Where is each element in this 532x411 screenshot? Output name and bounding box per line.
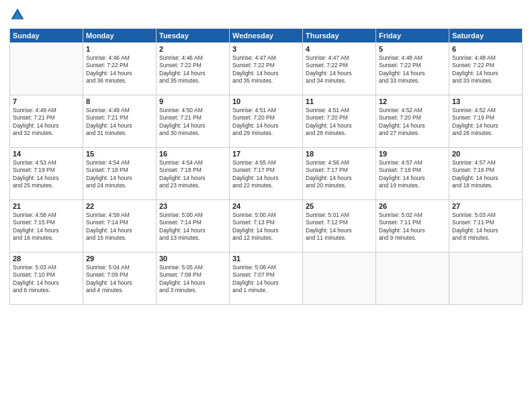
calendar-cell: 27Sunrise: 5:03 AMSunset: 7:11 PMDayligh… xyxy=(449,200,523,253)
cell-details: Sunrise: 4:56 AMSunset: 7:17 PMDaylight:… xyxy=(306,159,373,190)
calendar-cell: 22Sunrise: 4:59 AMSunset: 7:14 PMDayligh… xyxy=(83,200,157,253)
day-number: 30 xyxy=(159,255,226,263)
cell-details: Sunrise: 5:05 AMSunset: 7:08 PMDaylight:… xyxy=(159,264,226,295)
cell-details: Sunrise: 4:49 AMSunset: 7:21 PMDaylight:… xyxy=(86,107,153,138)
calendar-cell: 26Sunrise: 5:02 AMSunset: 7:11 PMDayligh… xyxy=(376,200,449,253)
day-number: 29 xyxy=(86,255,153,263)
calendar-table: SundayMondayTuesdayWednesdayThursdayFrid… xyxy=(9,28,523,305)
cell-details: Sunrise: 4:54 AMSunset: 7:18 PMDaylight:… xyxy=(86,159,153,190)
day-number: 8 xyxy=(86,97,153,105)
day-number: 24 xyxy=(232,202,300,210)
calendar-cell: 11Sunrise: 4:51 AMSunset: 7:20 PMDayligh… xyxy=(303,95,376,148)
calendar-cell: 3Sunrise: 4:47 AMSunset: 7:22 PMDaylight… xyxy=(230,43,303,95)
day-number: 23 xyxy=(159,202,226,210)
logo-icon xyxy=(9,7,26,23)
cell-details: Sunrise: 4:51 AMSunset: 7:20 PMDaylight:… xyxy=(232,107,300,138)
day-number: 28 xyxy=(13,255,80,263)
day-number: 13 xyxy=(452,97,519,105)
cell-details: Sunrise: 4:51 AMSunset: 7:20 PMDaylight:… xyxy=(306,107,373,138)
calendar-cell xyxy=(376,253,449,305)
cell-details: Sunrise: 4:54 AMSunset: 7:18 PMDaylight:… xyxy=(159,159,226,190)
calendar-cell: 30Sunrise: 5:05 AMSunset: 7:08 PMDayligh… xyxy=(157,253,230,305)
cell-details: Sunrise: 4:48 AMSunset: 7:22 PMDaylight:… xyxy=(452,54,519,85)
calendar-cell: 12Sunrise: 4:52 AMSunset: 7:20 PMDayligh… xyxy=(376,95,449,148)
calendar-cell: 4Sunrise: 4:47 AMSunset: 7:22 PMDaylight… xyxy=(303,43,376,95)
calendar-cell: 18Sunrise: 4:56 AMSunset: 7:17 PMDayligh… xyxy=(303,148,376,200)
cell-details: Sunrise: 4:47 AMSunset: 7:22 PMDaylight:… xyxy=(306,54,373,85)
day-number: 3 xyxy=(232,45,300,53)
calendar-cell: 28Sunrise: 5:03 AMSunset: 7:10 PMDayligh… xyxy=(10,253,83,305)
day-number: 1 xyxy=(86,45,153,53)
calendar-cell xyxy=(10,43,83,95)
day-number: 6 xyxy=(452,45,519,53)
header-day: Monday xyxy=(83,29,157,43)
calendar-cell: 14Sunrise: 4:53 AMSunset: 7:19 PMDayligh… xyxy=(10,148,83,200)
day-number: 18 xyxy=(306,150,373,158)
cell-details: Sunrise: 4:46 AMSunset: 7:22 PMDaylight:… xyxy=(86,54,153,85)
week-row: 14Sunrise: 4:53 AMSunset: 7:19 PMDayligh… xyxy=(10,148,523,200)
cell-details: Sunrise: 4:52 AMSunset: 7:19 PMDaylight:… xyxy=(452,107,519,138)
calendar-cell: 31Sunrise: 5:06 AMSunset: 7:07 PMDayligh… xyxy=(230,253,303,305)
header-day: Wednesday xyxy=(230,29,303,43)
cell-details: Sunrise: 5:06 AMSunset: 7:07 PMDaylight:… xyxy=(232,264,300,295)
calendar-cell: 29Sunrise: 5:04 AMSunset: 7:09 PMDayligh… xyxy=(83,253,157,305)
calendar-cell: 24Sunrise: 5:00 AMSunset: 7:13 PMDayligh… xyxy=(230,200,303,253)
day-number: 27 xyxy=(452,202,519,210)
day-number: 20 xyxy=(452,150,519,158)
calendar-cell: 1Sunrise: 4:46 AMSunset: 7:22 PMDaylight… xyxy=(83,43,157,95)
day-number: 21 xyxy=(13,202,80,210)
day-number: 10 xyxy=(232,97,300,105)
cell-details: Sunrise: 4:57 AMSunset: 7:16 PMDaylight:… xyxy=(379,159,446,190)
calendar-cell: 16Sunrise: 4:54 AMSunset: 7:18 PMDayligh… xyxy=(157,148,230,200)
calendar-cell: 5Sunrise: 4:48 AMSunset: 7:22 PMDaylight… xyxy=(376,43,449,95)
header-day: Saturday xyxy=(449,29,523,43)
calendar-cell: 19Sunrise: 4:57 AMSunset: 7:16 PMDayligh… xyxy=(376,148,449,200)
cell-details: Sunrise: 4:58 AMSunset: 7:15 PMDaylight:… xyxy=(13,212,80,242)
day-number: 14 xyxy=(13,150,80,158)
cell-details: Sunrise: 5:00 AMSunset: 7:13 PMDaylight:… xyxy=(232,212,300,242)
header-day: Friday xyxy=(376,29,449,43)
cell-details: Sunrise: 5:04 AMSunset: 7:09 PMDaylight:… xyxy=(86,264,153,295)
calendar-cell xyxy=(303,253,376,305)
calendar-cell: 6Sunrise: 4:48 AMSunset: 7:22 PMDaylight… xyxy=(449,43,523,95)
cell-details: Sunrise: 5:03 AMSunset: 7:10 PMDaylight:… xyxy=(13,264,80,295)
calendar-cell xyxy=(449,253,523,305)
day-number: 12 xyxy=(379,97,446,105)
day-number: 31 xyxy=(232,255,300,263)
calendar-cell: 25Sunrise: 5:01 AMSunset: 7:12 PMDayligh… xyxy=(303,200,376,253)
calendar-cell: 8Sunrise: 4:49 AMSunset: 7:21 PMDaylight… xyxy=(83,95,157,148)
header-row: SundayMondayTuesdayWednesdayThursdayFrid… xyxy=(10,29,523,43)
logo xyxy=(9,7,28,23)
calendar-cell: 23Sunrise: 5:00 AMSunset: 7:14 PMDayligh… xyxy=(157,200,230,253)
cell-details: Sunrise: 5:03 AMSunset: 7:11 PMDaylight:… xyxy=(452,212,519,242)
cell-details: Sunrise: 4:48 AMSunset: 7:22 PMDaylight:… xyxy=(379,54,446,85)
calendar-cell: 10Sunrise: 4:51 AMSunset: 7:20 PMDayligh… xyxy=(230,95,303,148)
calendar-cell: 20Sunrise: 4:57 AMSunset: 7:16 PMDayligh… xyxy=(449,148,523,200)
cell-details: Sunrise: 4:50 AMSunset: 7:21 PMDaylight:… xyxy=(159,107,226,138)
calendar-cell: 21Sunrise: 4:58 AMSunset: 7:15 PMDayligh… xyxy=(10,200,83,253)
cell-details: Sunrise: 4:57 AMSunset: 7:16 PMDaylight:… xyxy=(452,159,519,190)
header-day: Thursday xyxy=(303,29,376,43)
calendar-cell: 9Sunrise: 4:50 AMSunset: 7:21 PMDaylight… xyxy=(157,95,230,148)
day-number: 26 xyxy=(379,202,446,210)
calendar-cell: 2Sunrise: 4:46 AMSunset: 7:22 PMDaylight… xyxy=(157,43,230,95)
cell-details: Sunrise: 4:53 AMSunset: 7:19 PMDaylight:… xyxy=(13,159,80,190)
day-number: 19 xyxy=(379,150,446,158)
page: SundayMondayTuesdayWednesdayThursdayFrid… xyxy=(0,0,532,411)
cell-details: Sunrise: 4:59 AMSunset: 7:14 PMDaylight:… xyxy=(86,212,153,242)
calendar-cell: 15Sunrise: 4:54 AMSunset: 7:18 PMDayligh… xyxy=(83,148,157,200)
day-number: 17 xyxy=(232,150,300,158)
header-day: Sunday xyxy=(10,29,83,43)
cell-details: Sunrise: 4:47 AMSunset: 7:22 PMDaylight:… xyxy=(232,54,300,85)
day-number: 5 xyxy=(379,45,446,53)
day-number: 15 xyxy=(86,150,153,158)
cell-details: Sunrise: 4:49 AMSunset: 7:21 PMDaylight:… xyxy=(13,107,80,138)
day-number: 16 xyxy=(159,150,226,158)
day-number: 9 xyxy=(159,97,226,105)
week-row: 1Sunrise: 4:46 AMSunset: 7:22 PMDaylight… xyxy=(10,43,523,95)
cell-details: Sunrise: 5:01 AMSunset: 7:12 PMDaylight:… xyxy=(306,212,373,242)
cell-details: Sunrise: 4:46 AMSunset: 7:22 PMDaylight:… xyxy=(159,54,226,85)
cell-details: Sunrise: 5:02 AMSunset: 7:11 PMDaylight:… xyxy=(379,212,446,242)
week-row: 7Sunrise: 4:49 AMSunset: 7:21 PMDaylight… xyxy=(10,95,523,148)
week-row: 28Sunrise: 5:03 AMSunset: 7:10 PMDayligh… xyxy=(10,253,523,305)
